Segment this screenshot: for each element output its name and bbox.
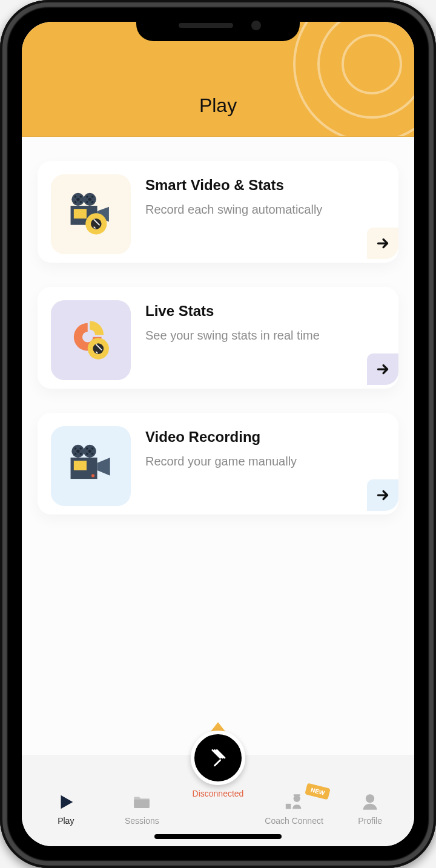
nav-item-play[interactable]: Play: [28, 792, 104, 826]
card-smart-video-stats[interactable]: Smart Video & Stats Record each swing au…: [38, 161, 398, 263]
card-arrow-button[interactable]: [367, 479, 398, 511]
svg-point-1: [76, 198, 79, 201]
svg-point-24: [80, 453, 82, 455]
svg-point-16: [91, 219, 102, 229]
card-live-stats[interactable]: Live Stats See your swing stats in real …: [38, 287, 398, 389]
nav-label: Play: [58, 816, 74, 826]
svg-marker-35: [61, 795, 73, 809]
nav-item-coach-connect[interactable]: NEW Coach Connect: [256, 792, 332, 826]
svg-point-26: [88, 450, 91, 453]
card-title: Video Recording: [145, 429, 385, 446]
new-badge: NEW: [305, 783, 331, 800]
app-screen: Play: [22, 22, 414, 846]
svg-point-20: [76, 450, 79, 453]
svg-rect-32: [74, 461, 87, 470]
play-icon: [56, 792, 76, 812]
svg-point-23: [74, 453, 77, 455]
svg-point-3: [80, 196, 82, 198]
nav-item-profile[interactable]: Profile: [332, 792, 408, 826]
svg-point-38: [293, 795, 300, 802]
sensor-icon: [205, 745, 231, 771]
card-subtitle: See your swing stats in real time: [145, 327, 385, 344]
svg-point-8: [86, 196, 88, 198]
svg-point-40: [366, 794, 374, 803]
svg-point-7: [88, 198, 91, 201]
svg-point-22: [80, 447, 82, 450]
card-title: Live Stats: [145, 303, 385, 320]
svg-point-4: [74, 201, 77, 203]
folder-icon: [131, 792, 152, 812]
card-arrow-button[interactable]: [367, 353, 398, 385]
svg-point-28: [91, 447, 94, 450]
card-body: Smart Video & Stats Record each swing au…: [145, 174, 385, 218]
svg-point-34: [91, 474, 94, 477]
svg-point-27: [86, 447, 88, 450]
card-body: Live Stats See your swing stats in real …: [145, 300, 385, 344]
video-recording-icon: [51, 426, 131, 506]
card-arrow-button[interactable]: [367, 228, 398, 259]
phone-notch: [136, 15, 300, 41]
card-subtitle: Record each swing automatically: [145, 201, 385, 218]
svg-point-29: [86, 453, 88, 455]
svg-point-18: [93, 343, 104, 354]
svg-point-9: [91, 196, 94, 198]
card-video-recording[interactable]: Video Recording Record your game manuall…: [38, 413, 398, 515]
nav-label: Sessions: [125, 816, 159, 826]
header-decoration: [293, 22, 414, 137]
fab-label: Disconnected: [193, 789, 244, 798]
nav-label: Profile: [358, 816, 382, 826]
svg-point-2: [74, 196, 77, 198]
svg-point-11: [91, 201, 94, 203]
live-stats-icon: [51, 300, 131, 380]
svg-rect-13: [74, 209, 87, 219]
svg-rect-39: [293, 794, 300, 796]
phone-bezel: Play: [15, 15, 421, 853]
card-title: Smart Video & Stats: [145, 177, 385, 194]
page-title: Play: [199, 94, 237, 117]
nav-item-sessions[interactable]: Sessions: [104, 792, 180, 826]
card-subtitle: Record your game manually: [145, 453, 385, 470]
svg-rect-36: [134, 800, 150, 808]
bottom-nav: Play Sessions placeholder NEW: [22, 755, 414, 846]
video-stats-icon: [51, 174, 131, 254]
phone-frame: Play: [0, 0, 436, 868]
svg-rect-37: [285, 804, 291, 809]
svg-point-21: [74, 447, 77, 450]
content: Smart Video & Stats Record each swing au…: [22, 137, 414, 755]
svg-point-30: [91, 453, 94, 455]
connect-fab[interactable]: [191, 731, 245, 785]
svg-point-5: [80, 201, 82, 203]
svg-point-10: [86, 201, 88, 203]
nav-label: Coach Connect: [265, 816, 323, 826]
home-indicator[interactable]: [154, 834, 282, 839]
center-fab-wrap: Disconnected: [191, 722, 245, 798]
card-body: Video Recording Record your game manuall…: [145, 426, 385, 470]
coach-icon: [284, 792, 305, 812]
profile-icon: [360, 792, 380, 812]
svg-marker-33: [97, 458, 110, 476]
